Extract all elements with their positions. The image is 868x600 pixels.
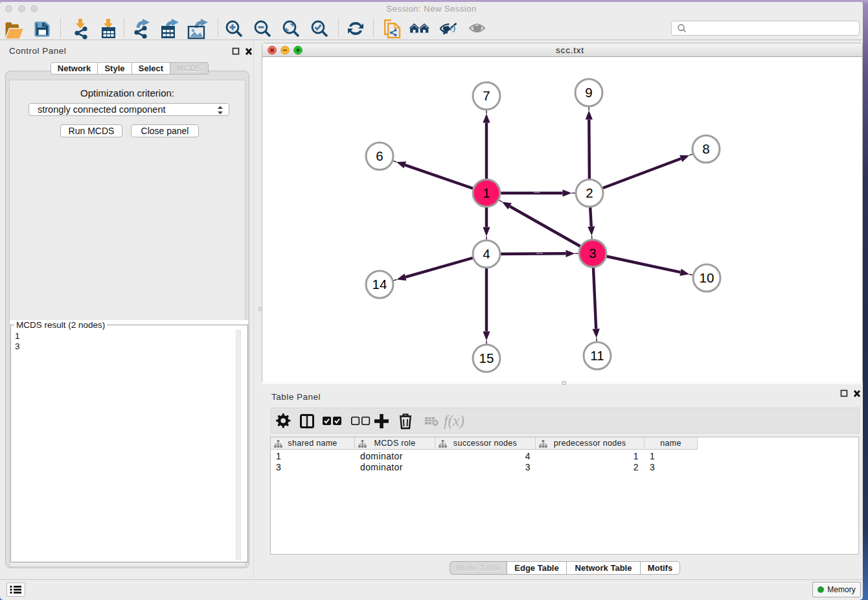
svg-text:6: 6 — [376, 148, 383, 163]
svg-text:3: 3 — [589, 246, 596, 260]
svg-text:10: 10 — [700, 270, 714, 285]
svg-text:f(x): f(x) — [444, 413, 464, 429]
svg-text:14: 14 — [372, 277, 387, 292]
svg-text:7: 7 — [483, 88, 490, 103]
svg-text:8: 8 — [702, 141, 709, 156]
svg-text:11: 11 — [590, 348, 604, 363]
svg-text:9: 9 — [585, 85, 592, 100]
svg-text:2: 2 — [586, 185, 593, 200]
svg-text:15: 15 — [479, 351, 494, 365]
svg-text:4: 4 — [483, 246, 490, 261]
svg-text:1: 1 — [483, 185, 490, 200]
